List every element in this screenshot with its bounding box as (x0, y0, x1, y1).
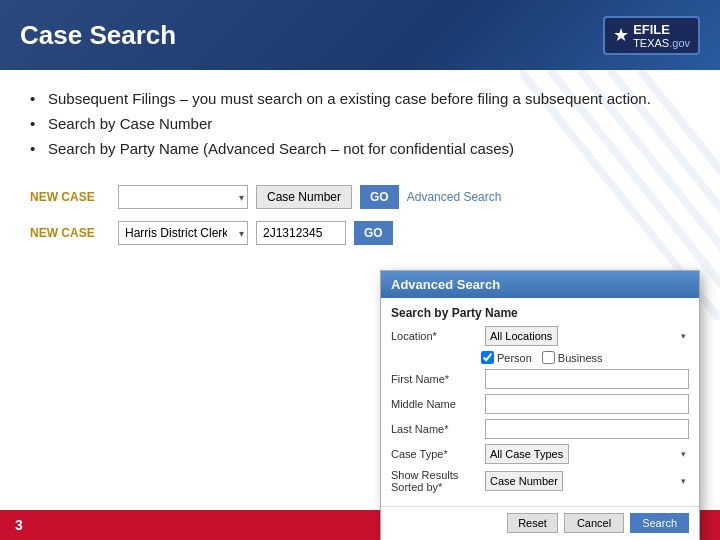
go-button-2[interactable]: GO (354, 221, 393, 245)
sort-by-row: Show Results Sorted by* Case Number (391, 469, 689, 493)
case-number-input[interactable] (256, 221, 346, 245)
business-checkbox[interactable] (542, 351, 555, 364)
last-name-label: Last Name* (391, 423, 481, 435)
logo-efile: EFILE (633, 22, 690, 37)
bullet-item-2: Search by Case Number (30, 115, 690, 132)
middle-name-row: Middle Name (391, 394, 689, 414)
modal-subtitle: Search by Party Name (391, 306, 689, 320)
logo-text-block: EFILE TEXAS.gov (633, 22, 690, 49)
type-checkbox-row: Person Business (481, 351, 689, 364)
modal-header: Advanced Search (381, 271, 699, 298)
last-name-input[interactable] (485, 419, 689, 439)
person-checkbox[interactable] (481, 351, 494, 364)
star-icon: ★ (613, 24, 629, 46)
first-name-row: First Name* (391, 369, 689, 389)
first-name-label: First Name* (391, 373, 481, 385)
logo-texas: TEXAS.gov (633, 37, 690, 49)
go-button-1[interactable]: GO (360, 185, 399, 209)
new-case-label-2: NEW CASE (30, 226, 110, 240)
location-select[interactable]: All Locations (485, 326, 558, 346)
advanced-search-modal: Advanced Search Search by Party Name Loc… (380, 270, 700, 540)
first-name-input[interactable] (485, 369, 689, 389)
case-type-select[interactable]: All Case Types (485, 444, 569, 464)
page-number: 3 (15, 517, 23, 533)
form-row-1: NEW CASE Case Number GO Advanced Search (30, 185, 690, 209)
location-row: Location* All Locations (391, 326, 689, 346)
sort-by-select[interactable]: Case Number (485, 471, 563, 491)
form-row-2: NEW CASE Harris District Clerk GO (30, 221, 690, 245)
form-section: NEW CASE Case Number GO Advanced Search … (0, 175, 720, 267)
case-type-row: Case Type* All Case Types (391, 444, 689, 464)
advanced-search-link[interactable]: Advanced Search (407, 190, 502, 204)
court-select-wrapper-2: Harris District Clerk (118, 221, 248, 245)
person-checkbox-label[interactable]: Person (481, 351, 532, 364)
modal-title: Advanced Search (391, 277, 500, 292)
content-area: Subsequent Filings – you must search on … (0, 70, 720, 175)
bullet-item-3: Search by Party Name (Advanced Search – … (30, 140, 690, 157)
new-case-label-1: NEW CASE (30, 190, 110, 204)
middle-name-input[interactable] (485, 394, 689, 414)
middle-name-label: Middle Name (391, 398, 481, 410)
bullet-list: Subsequent Filings – you must search on … (30, 90, 690, 157)
cancel-button[interactable]: Cancel (564, 513, 624, 533)
last-name-row: Last Name* (391, 419, 689, 439)
case-type-select-wrapper: All Case Types (485, 444, 689, 464)
court-select-2[interactable]: Harris District Clerk (118, 221, 248, 245)
sort-by-select-wrapper: Case Number (485, 471, 689, 491)
reset-button[interactable]: Reset (507, 513, 558, 533)
case-type-label: Case Type* (391, 448, 481, 460)
location-label: Location* (391, 330, 481, 342)
business-checkbox-label[interactable]: Business (542, 351, 603, 364)
modal-footer: Reset Cancel Search (381, 506, 699, 540)
search-button[interactable]: Search (630, 513, 689, 533)
court-select-wrapper (118, 185, 248, 209)
logo: ★ EFILE TEXAS.gov (603, 16, 700, 55)
location-select-wrapper: All Locations (485, 326, 689, 346)
page-title: Case Search (20, 20, 176, 51)
court-select-1[interactable] (118, 185, 248, 209)
header: Case Search ★ EFILE TEXAS.gov (0, 0, 720, 70)
case-number-button-1[interactable]: Case Number (256, 185, 352, 209)
sort-by-label: Show Results Sorted by* (391, 469, 481, 493)
modal-body: Search by Party Name Location* All Locat… (381, 298, 699, 506)
bullet-item-1: Subsequent Filings – you must search on … (30, 90, 690, 107)
